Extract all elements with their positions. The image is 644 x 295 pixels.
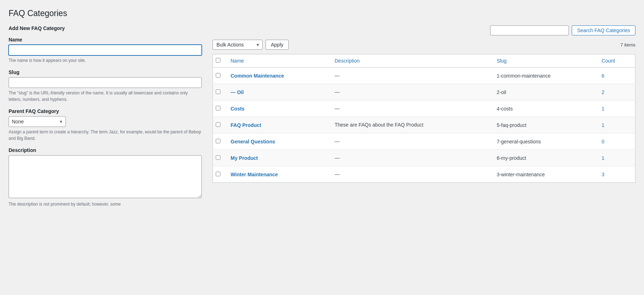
table-row: FAQ ProductThese are FAQs about the FAQ … xyxy=(213,117,635,133)
row-name-cell: General Questions xyxy=(226,133,330,150)
row-description-cell: — xyxy=(330,100,492,117)
table-row: — Oil—2-oil2 xyxy=(213,84,635,100)
table-row: My Product—6-my-product1 xyxy=(213,150,635,166)
parent-label: Parent FAQ Category xyxy=(9,108,202,114)
row-count-cell: 3 xyxy=(597,166,635,183)
slug-field-group: Slug The "slug" is the URL-friendly vers… xyxy=(9,69,202,103)
description-field-group: Description The description is not promi… xyxy=(9,147,202,207)
search-area: Search FAQ Categories xyxy=(490,25,635,35)
category-name-link[interactable]: FAQ Product xyxy=(231,122,262,128)
table-row: Winter Maintenance—3-winter-maintenance3 xyxy=(213,166,635,183)
search-button[interactable]: Search FAQ Categories xyxy=(572,25,635,35)
row-checkbox[interactable] xyxy=(216,139,220,143)
indent-prefix: — xyxy=(231,89,237,95)
items-count: 7 items xyxy=(620,42,635,48)
row-checkbox[interactable] xyxy=(216,172,220,176)
table-body: Common Maintenance—1-common-maintenance6… xyxy=(213,68,635,183)
apply-button[interactable]: Apply xyxy=(265,40,289,50)
col-description[interactable]: Description xyxy=(330,54,492,68)
row-checkbox[interactable] xyxy=(216,122,220,127)
count-link[interactable]: 1 xyxy=(602,106,605,112)
row-name-cell: Costs xyxy=(226,100,330,117)
categories-table: Name Description Slug Count Common Maint… xyxy=(213,54,635,183)
table-row: Costs—4-costs1 xyxy=(213,100,635,117)
search-input[interactable] xyxy=(490,25,569,35)
row-checkbox[interactable] xyxy=(216,89,220,94)
count-link[interactable]: 1 xyxy=(602,155,605,161)
row-count-cell: 2 xyxy=(597,84,635,100)
row-name-cell: My Product xyxy=(226,150,330,166)
select-all-col xyxy=(213,54,226,68)
row-slug-cell: 5-faq-product xyxy=(492,117,596,133)
select-all-checkbox[interactable] xyxy=(216,58,220,63)
row-checkbox-cell xyxy=(213,84,226,100)
row-description-cell: — xyxy=(330,133,492,150)
row-checkbox-cell xyxy=(213,133,226,150)
search-row: Search FAQ Categories xyxy=(213,25,635,35)
category-name-link[interactable]: General Questions xyxy=(231,139,275,144)
table-head: Name Description Slug Count xyxy=(213,54,635,68)
row-description-cell: — xyxy=(330,150,492,166)
count-link[interactable]: 2 xyxy=(602,89,605,95)
description-hint: The description is not prominent by defa… xyxy=(9,201,202,207)
description-textarea[interactable] xyxy=(9,155,202,198)
row-checkbox-cell xyxy=(213,100,226,117)
name-hint: The name is how it appears on your site. xyxy=(9,57,202,64)
category-name-link[interactable]: Oil xyxy=(237,89,244,95)
col-count[interactable]: Count xyxy=(597,54,635,68)
row-checkbox-cell xyxy=(213,68,226,84)
row-description-cell: — xyxy=(330,68,492,84)
row-count-cell: 6 xyxy=(597,68,635,84)
row-checkbox[interactable] xyxy=(216,73,220,78)
slug-label: Slug xyxy=(9,69,202,75)
description-label: Description xyxy=(9,147,202,153)
row-description-cell: These are FAQs about the FAQ Product xyxy=(330,117,492,133)
count-link[interactable]: 6 xyxy=(602,73,605,79)
row-name-cell: — Oil xyxy=(226,84,330,100)
row-description-cell: — xyxy=(330,84,492,100)
row-slug-cell: 2-oil xyxy=(492,84,596,100)
bulk-select-wrapper: Bulk Actions xyxy=(213,40,263,50)
row-checkbox-cell xyxy=(213,117,226,133)
count-link[interactable]: 3 xyxy=(602,172,605,177)
category-name-link[interactable]: Common Maintenance xyxy=(231,73,284,79)
row-checkbox-cell xyxy=(213,150,226,166)
row-description-cell: — xyxy=(330,166,492,183)
parent-select[interactable]: None xyxy=(9,116,66,127)
row-checkbox[interactable] xyxy=(216,155,220,160)
name-field-group: Name The name is how it appears on your … xyxy=(9,37,202,64)
row-checkbox[interactable] xyxy=(216,106,220,110)
bulk-actions-bar: Bulk Actions Apply 7 items xyxy=(213,40,635,50)
slug-hint: The "slug" is the URL-friendly version o… xyxy=(9,90,202,103)
category-name-link[interactable]: My Product xyxy=(231,155,258,161)
bulk-left: Bulk Actions Apply xyxy=(213,40,289,50)
category-name-link[interactable]: Costs xyxy=(231,106,245,112)
name-label: Name xyxy=(9,37,202,43)
bulk-actions-select[interactable]: Bulk Actions xyxy=(213,40,263,50)
col-slug[interactable]: Slug xyxy=(492,54,596,68)
row-name-cell: FAQ Product xyxy=(226,117,330,133)
row-slug-cell: 1-common-maintenance xyxy=(492,68,596,84)
row-name-cell: Winter Maintenance xyxy=(226,166,330,183)
form-heading: Add New FAQ Category xyxy=(9,25,202,31)
page-title: FAQ Categories xyxy=(9,9,635,18)
count-link[interactable]: 1 xyxy=(602,122,605,128)
row-slug-cell: 3-winter-maintenance xyxy=(492,166,596,183)
col-name[interactable]: Name xyxy=(226,54,330,68)
name-input[interactable] xyxy=(9,45,202,55)
slug-input[interactable] xyxy=(9,77,202,88)
parent-field-group: Parent FAQ Category None Assign a parent… xyxy=(9,108,202,142)
row-slug-cell: 4-costs xyxy=(492,100,596,117)
categories-right-panel: Search FAQ Categories Bulk Actions Apply… xyxy=(213,25,635,183)
row-count-cell: 0 xyxy=(597,133,635,150)
row-count-cell: 1 xyxy=(597,100,635,117)
count-link[interactable]: 0 xyxy=(602,139,605,144)
table-row: General Questions—7-general-questions0 xyxy=(213,133,635,150)
parent-hint: Assign a parent term to create a hierarc… xyxy=(9,129,202,142)
row-slug-cell: 6-my-product xyxy=(492,150,596,166)
row-slug-cell: 7-general-questions xyxy=(492,133,596,150)
category-name-link[interactable]: Winter Maintenance xyxy=(231,172,278,177)
parent-select-wrapper: None xyxy=(9,116,66,127)
row-count-cell: 1 xyxy=(597,117,635,133)
row-count-cell: 1 xyxy=(597,150,635,166)
